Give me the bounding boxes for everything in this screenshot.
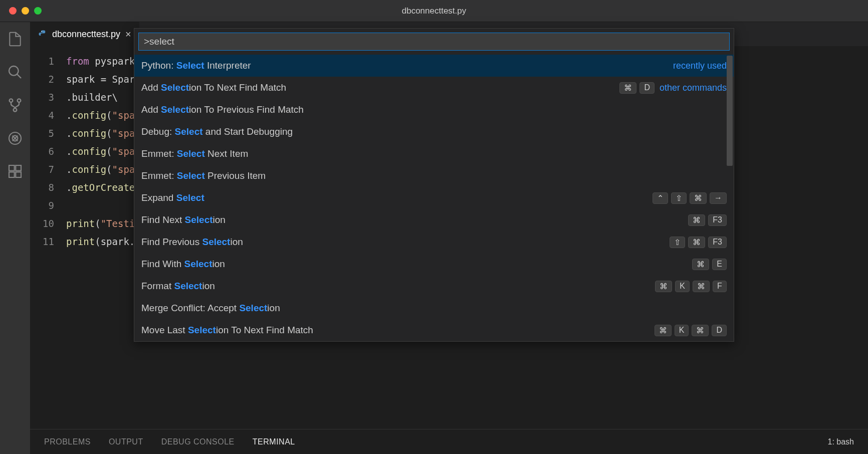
svg-point-0 bbox=[9, 66, 19, 76]
command-label: Find With Selection bbox=[141, 259, 692, 270]
window-title: dbconnecttest.py bbox=[402, 6, 467, 16]
svg-rect-7 bbox=[9, 165, 15, 171]
svg-point-3 bbox=[18, 99, 21, 102]
command-label: Merge Conflict: Accept Selection bbox=[141, 303, 727, 314]
command-palette-item[interactable]: Move Last Selection To Next Find Match⌘K… bbox=[134, 319, 734, 341]
line-number: 3 bbox=[30, 88, 54, 106]
command-palette-item[interactable]: Find Previous Selection⇧⌘F3 bbox=[134, 231, 734, 253]
command-label: Emmet: Select Previous Item bbox=[141, 170, 727, 181]
line-number: 11 bbox=[30, 233, 54, 251]
command-label: Format Selection bbox=[141, 281, 655, 292]
line-number: 6 bbox=[30, 142, 54, 160]
svg-point-2 bbox=[10, 99, 13, 102]
window-controls bbox=[9, 7, 42, 15]
command-palette: Python: Select Interpreterrecently usedA… bbox=[134, 28, 734, 342]
command-palette-item[interactable]: Python: Select Interpreterrecently used bbox=[134, 55, 734, 77]
panel-tab-problems[interactable]: PROBLEMS bbox=[44, 437, 91, 446]
titlebar: dbconnecttest.py bbox=[0, 0, 868, 22]
command-palette-input[interactable] bbox=[138, 33, 730, 51]
line-numbers: 1234567891011 bbox=[30, 52, 66, 429]
keybinding: ⌘F3 bbox=[688, 214, 727, 226]
command-palette-list: Python: Select Interpreterrecently usedA… bbox=[134, 55, 734, 341]
command-label: Find Previous Selection bbox=[141, 237, 670, 248]
terminal-selector[interactable]: 1: bash bbox=[828, 437, 854, 446]
python-icon bbox=[38, 30, 47, 39]
line-number: 5 bbox=[30, 124, 54, 142]
command-label: Debug: Select and Start Debugging bbox=[141, 126, 727, 137]
panel-tabs: PROBLEMSOUTPUTDEBUG CONSOLETERMINAL bbox=[44, 437, 295, 446]
close-icon[interactable]: × bbox=[125, 29, 131, 40]
keybinding: ⌘K⌘F bbox=[655, 281, 727, 292]
command-palette-item[interactable]: Debug: Select and Start Debugging bbox=[134, 121, 734, 143]
command-label: Python: Select Interpreter bbox=[141, 60, 673, 71]
keybinding: ⌘K⌘D bbox=[655, 325, 727, 336]
command-palette-item[interactable]: Format Selection⌘K⌘F bbox=[134, 275, 734, 297]
command-label: Move Last Selection To Next Find Match bbox=[141, 325, 655, 336]
line-number: 2 bbox=[30, 70, 54, 88]
command-label: Add Selection To Next Find Match bbox=[141, 82, 619, 93]
tab-filename: dbconnecttest.py bbox=[52, 29, 120, 40]
line-number: 10 bbox=[30, 214, 54, 233]
command-palette-item[interactable]: Merge Conflict: Accept Selection bbox=[134, 297, 734, 319]
activity-bar bbox=[0, 22, 30, 454]
command-tag: other commands bbox=[660, 83, 727, 93]
panel-tab-terminal[interactable]: TERMINAL bbox=[253, 437, 295, 446]
command-palette-item[interactable]: Find Next Selection⌘F3 bbox=[134, 209, 734, 231]
explorer-icon[interactable] bbox=[6, 30, 24, 48]
panel-tab-output[interactable]: OUTPUT bbox=[109, 437, 143, 446]
minimize-window-button[interactable] bbox=[22, 7, 29, 15]
command-palette-item[interactable]: Emmet: Select Previous Item bbox=[134, 165, 734, 187]
source-control-icon[interactable] bbox=[6, 96, 24, 114]
command-palette-item[interactable]: Emmet: Select Next Item bbox=[134, 143, 734, 165]
line-number: 1 bbox=[30, 52, 54, 70]
close-window-button[interactable] bbox=[9, 7, 17, 15]
keybinding: ⌃⇧⌘→ bbox=[653, 192, 727, 204]
command-label: Expand Select bbox=[141, 192, 653, 203]
keybinding: ⌘E bbox=[692, 259, 727, 270]
svg-line-1 bbox=[17, 74, 21, 78]
keybinding: ⇧⌘F3 bbox=[670, 237, 727, 248]
line-number: 8 bbox=[30, 178, 54, 196]
svg-point-4 bbox=[14, 108, 17, 112]
debug-icon[interactable] bbox=[6, 129, 24, 147]
svg-rect-9 bbox=[9, 172, 15, 177]
scrollbar[interactable] bbox=[727, 56, 733, 166]
command-label: Add Selection To Previous Find Match bbox=[141, 104, 727, 115]
command-label: Find Next Selection bbox=[141, 214, 688, 225]
line-number: 4 bbox=[30, 106, 54, 124]
svg-rect-8 bbox=[16, 165, 21, 171]
tab-file[interactable]: dbconnecttest.py × bbox=[30, 22, 139, 46]
maximize-window-button[interactable] bbox=[34, 7, 42, 15]
extensions-icon[interactable] bbox=[6, 162, 24, 180]
command-label: Emmet: Select Next Item bbox=[141, 148, 727, 159]
panel-tab-debug-console[interactable]: DEBUG CONSOLE bbox=[161, 437, 235, 446]
bottom-panel: PROBLEMSOUTPUTDEBUG CONSOLETERMINAL 1: b… bbox=[30, 429, 868, 454]
svg-rect-10 bbox=[16, 172, 21, 177]
line-number: 7 bbox=[30, 160, 54, 178]
command-palette-item[interactable]: Expand Select⌃⇧⌘→ bbox=[134, 187, 734, 209]
command-palette-item[interactable]: Add Selection To Previous Find Match bbox=[134, 99, 734, 121]
line-number: 9 bbox=[30, 196, 54, 214]
command-tag: recently used bbox=[673, 61, 727, 71]
search-icon[interactable] bbox=[6, 63, 24, 81]
svg-point-11 bbox=[41, 31, 42, 32]
keybinding: ⌘D bbox=[619, 82, 655, 94]
command-palette-item[interactable]: Add Selection To Next Find Match⌘Dother … bbox=[134, 77, 734, 99]
command-palette-item[interactable]: Find With Selection⌘E bbox=[134, 253, 734, 275]
